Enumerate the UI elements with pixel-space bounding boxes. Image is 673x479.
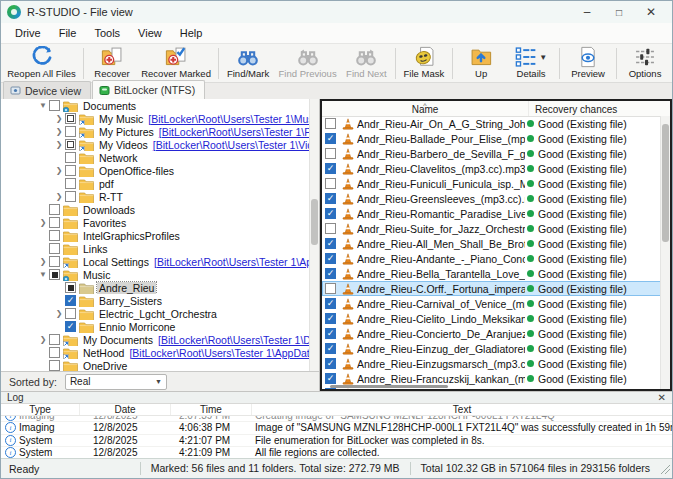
expand-icon[interactable]: ❯ [53, 166, 65, 175]
tree-item-openoffice-files[interactable]: ❯OpenOffice-files [1, 164, 319, 177]
collapse-icon[interactable]: ▼ [37, 270, 49, 279]
tree-item-electric-lgcht-orchestra[interactable]: ❯Electric_Lgcht_Orchestra [1, 307, 319, 320]
tree-checkbox-unchecked[interactable] [65, 152, 76, 163]
tree-item-barry-sisters[interactable]: ✓Barry_Sisters [1, 294, 319, 307]
file-row[interactable]: Andre_Rieu-C.Orff._Fortuna_imperatrix_mu… [322, 281, 661, 296]
file-list-vertical-scrollbar[interactable] [660, 116, 670, 389]
tree-checkbox-unchecked[interactable] [65, 165, 76, 176]
menu-file[interactable]: File [51, 25, 85, 41]
tree-item-network[interactable]: Network [1, 151, 319, 164]
toolbar-button-up[interactable]: Up [456, 45, 506, 82]
file-checkbox-checked[interactable]: ✓ [325, 343, 336, 354]
collapse-icon[interactable]: ▼ [37, 101, 49, 110]
file-row[interactable]: Andr_Rieu-Suite_for_Jazz_Orchestra_No._2… [322, 221, 661, 236]
file-row[interactable]: ✓Andre_Rieu-Carnival_of_Venice_(mp3.cc).… [322, 296, 661, 311]
column-header-recovery-chances[interactable]: Recovery chances [529, 101, 670, 116]
tree-checkbox-unchecked[interactable] [49, 204, 60, 215]
file-checkbox-checked[interactable]: ✓ [325, 238, 336, 249]
log-close-icon[interactable]: ✕ [658, 392, 666, 403]
file-checkbox-checked[interactable]: ✓ [325, 328, 336, 339]
toolbar-button-options[interactable]: Options [620, 45, 670, 82]
tree-checkbox-unchecked[interactable] [49, 217, 60, 228]
file-checkbox-checked[interactable]: ✓ [325, 208, 336, 219]
file-row[interactable]: ✓Andre_Rieu-Cielito_Lindo_Meksikanskaya_… [322, 311, 661, 326]
file-checkbox-unchecked[interactable] [325, 283, 336, 294]
log-column-date[interactable]: Date [80, 404, 171, 415]
file-checkbox-checked[interactable]: ✓ [325, 163, 336, 174]
menu-drive[interactable]: Drive [7, 25, 49, 41]
toolbar-button-preview[interactable]: Preview [563, 45, 613, 82]
tree-item-link-path[interactable]: [BitLocker\Root\Users\Tester 1\Videos] [153, 139, 319, 151]
tree-item-my-pictures[interactable]: ❯My Pictures[BitLocker\Root\Users\Tester… [1, 125, 319, 138]
tree-item-link-path[interactable]: [BitLocker\Root\Users\Tester 1\AppData\L… [154, 256, 319, 268]
file-checkbox-checked[interactable]: ✓ [325, 268, 336, 279]
tree-checkbox-unchecked[interactable] [49, 243, 60, 254]
tree-checkbox-partialdark[interactable] [65, 282, 76, 293]
tree-vertical-scrollbar[interactable] [309, 99, 319, 371]
tree-item-ennio-morricone[interactable]: ✓Ennio Morricone [1, 320, 319, 333]
expand-icon[interactable]: ❯ [53, 140, 65, 149]
file-row[interactable]: ✓Andr_Rieu-Romantic_Paradise_Live_in_Ita… [322, 206, 661, 221]
expand-icon[interactable]: ❯ [53, 309, 65, 318]
expand-icon[interactable]: ❯ [53, 192, 65, 201]
chevron-down-icon[interactable]: ▼ [539, 53, 547, 62]
toolbar-button-reopen-all-files[interactable]: Reopen All Files [3, 45, 80, 82]
tree-item-my-music[interactable]: ❯My Music[BitLocker\Root\Users\Tester 1\… [1, 112, 319, 125]
tree-item-intelgraphicsprofiles[interactable]: IntelGraphicsProfiles [1, 229, 319, 242]
log-column-text[interactable]: Text [252, 404, 672, 415]
tree-item-link-path[interactable]: [BitLocker\Root\Users\Tester 1\AppData\R… [129, 347, 319, 359]
tree-checkbox-checked[interactable]: ✓ [65, 321, 76, 332]
tree-checkbox-partial[interactable] [65, 139, 76, 150]
file-checkbox-unchecked[interactable] [325, 223, 336, 234]
tree-checkbox-checked[interactable]: ✓ [65, 295, 76, 306]
tree-item-favorites[interactable]: ❯Favorites [1, 216, 319, 229]
tree-item-link-path[interactable]: [BitLocker\Root\Users\Tester 1\Pictures] [159, 126, 319, 138]
tree-item-pdf[interactable]: pdf [1, 177, 319, 190]
tree-item-link-path[interactable]: [BitLocker\Root\Users\Tester 1\Documents… [158, 334, 319, 346]
file-checkbox-checked[interactable]: ✓ [325, 388, 336, 389]
expand-icon[interactable]: ❯ [37, 335, 49, 344]
file-checkbox-unchecked[interactable] [325, 178, 336, 189]
menu-view[interactable]: View [130, 25, 170, 41]
file-list-horizontal-scrollbar[interactable] [330, 385, 448, 388]
file-row[interactable]: Andr_Rieu-Barbero_de_Sevilla_F_garo_-_La… [322, 146, 661, 161]
file-row[interactable]: ✓Andr_Rieu-Clavelitos_(mp3.cc).mp3Good (… [322, 161, 661, 176]
tree-checkbox-unchecked[interactable] [49, 347, 60, 358]
tree-item-local-settings[interactable]: ❯Local Settings[BitLocker\Root\Users\Tes… [1, 255, 319, 268]
menu-help[interactable]: Help [172, 25, 211, 41]
log-column-time[interactable]: Time [171, 404, 252, 415]
file-checkbox-unchecked[interactable] [325, 148, 336, 159]
file-row[interactable]: ✓Andr_Rieu-Greensleeves_(mp3.cc).mp3Good… [322, 191, 661, 206]
tree-checkbox-unchecked[interactable] [65, 191, 76, 202]
file-checkbox-checked[interactable]: ✓ [325, 358, 336, 369]
file-checkbox-checked[interactable]: ✓ [325, 193, 336, 204]
tree-item-andre-rieu[interactable]: Andre_Rieu [1, 281, 319, 294]
file-checkbox-checked[interactable]: ✓ [325, 298, 336, 309]
tree-checkbox-unchecked[interactable] [49, 100, 60, 111]
tree-item-downloads[interactable]: Downloads [1, 203, 319, 216]
log-column-type[interactable]: Type [1, 404, 80, 415]
file-checkbox-checked[interactable]: ✓ [325, 133, 336, 144]
tree-item-onedrive[interactable]: OneDrive [1, 359, 319, 372]
toolbar-button-find-previous[interactable]: Find Previous [274, 45, 341, 82]
resize-grip[interactable] [660, 464, 670, 474]
tree-item-documents[interactable]: ▼Documents [1, 99, 319, 112]
expand-icon[interactable]: ❯ [53, 127, 65, 136]
file-row[interactable]: ✓Andre_Rieu-All_Men_Shall_Be_Brothers_Fr… [322, 236, 661, 251]
tab-device-view[interactable]: Device view [3, 81, 91, 99]
file-row[interactable]: Andr_Rieu-Funiculi_Funicula_isp._Mario_L… [322, 176, 661, 191]
tree-checkbox-unchecked[interactable] [65, 126, 76, 137]
tree-checkbox-unchecked[interactable] [49, 230, 60, 241]
tree-item-music[interactable]: ▼Music [1, 268, 319, 281]
column-header-name[interactable]: ^ Name [322, 101, 529, 116]
file-row[interactable]: ✓Andre_Rieu-Andante_-_Piano_Concerto_No.… [322, 251, 661, 266]
sorted-by-select[interactable]: Real ▼ [65, 374, 167, 390]
tree-checkbox-unchecked[interactable] [49, 256, 60, 267]
file-row[interactable]: ✓Andr_Rieu-Ballade_Pour_Elise_(mp3.cc).m… [322, 131, 661, 146]
tree-checkbox-partial[interactable] [65, 113, 76, 124]
file-checkbox-checked[interactable]: ✓ [325, 253, 336, 264]
file-checkbox-checked[interactable]: ✓ [325, 313, 336, 324]
tree-checkbox-unchecked[interactable] [49, 334, 60, 345]
toolbar-button-find-next[interactable]: Find Next [341, 45, 392, 82]
expand-icon[interactable]: ❯ [37, 218, 49, 227]
